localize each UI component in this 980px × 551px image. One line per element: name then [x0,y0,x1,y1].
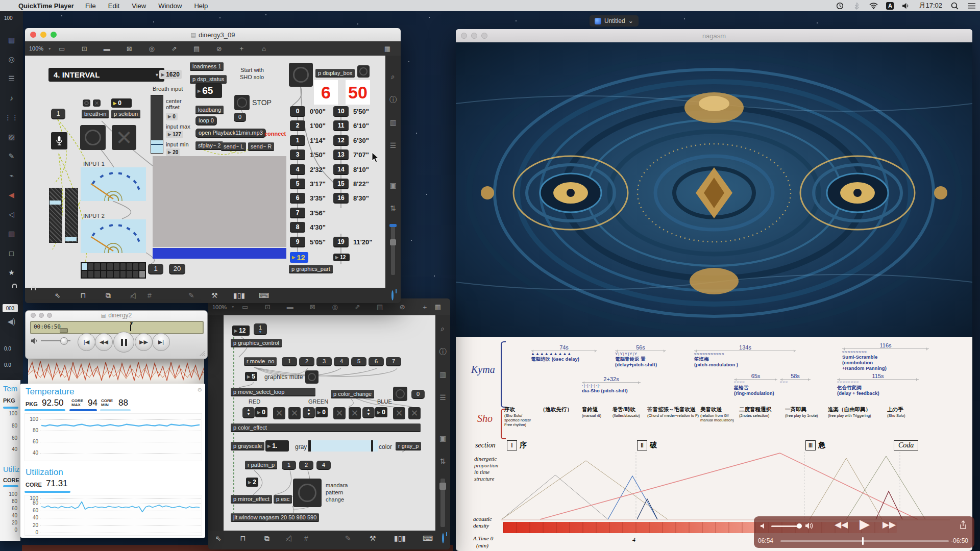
palette-volume-icon[interactable]: ◀) [0,317,23,325]
scrubber[interactable] [780,540,949,542]
rewind-button[interactable]: ◀◀ [835,519,848,530]
cue-row[interactable]: 63'35" [290,193,326,204]
qt7-volume-icon[interactable] [31,337,39,344]
selected-cue-number-right[interactable]: ▶12 [333,254,350,261]
mixer-icon[interactable]: ⇅ [385,204,401,212]
volume-knob[interactable] [60,337,68,345]
movie-select-loop-object[interactable]: p movie_select_loop [231,388,315,396]
big-x-button[interactable]: ✕ [112,125,136,150]
zoom-button[interactable] [51,32,57,38]
selection-handle[interactable] [60,328,68,333]
zoom-button[interactable] [47,313,52,318]
breath-slider[interactable] [151,95,163,154]
palette-speaker-icon[interactable]: ◁ [0,210,23,218]
movie-select-number[interactable]: ▶5 [245,372,257,381]
palette-clip-icon[interactable]: ⌁ [0,171,23,180]
movie-number-msg[interactable]: 5 [351,357,366,366]
search-icon[interactable]: ⌕ [385,72,401,81]
volume-icon[interactable] [902,2,911,10]
palette-shape-icon[interactable]: ◻ [0,249,23,257]
console-icon[interactable]: ▬ [279,303,301,311]
keyboard-icon[interactable]: ⌨ [259,291,269,299]
red-stepper[interactable]: ▲▼ [242,407,255,418]
power-icon[interactable] [442,534,444,542]
mixer-icon[interactable]: ⇅ [435,457,450,465]
gray-slider[interactable] [308,440,378,452]
blue-x-button-2[interactable]: ✕ [408,407,421,419]
info-icon[interactable]: ⓘ [435,347,450,357]
menu-item[interactable]: Edit [108,2,119,10]
console-icon[interactable]: ▬ [95,45,118,53]
big-circle-button[interactable] [80,125,106,150]
presentation-icon[interactable]: ⊓ [80,291,86,299]
movie-number-msg[interactable]: 1 [282,357,297,366]
select-icon[interactable]: ⇖ [215,534,222,542]
menu-item[interactable]: View [132,2,146,10]
open-msg[interactable]: open Playback11min.mp3 [195,129,266,138]
list-icon[interactable]: ☰ [435,393,450,402]
qt7-timeline[interactable]: 00:06:50 ▼ [30,321,204,334]
grid-snap-icon[interactable]: # [148,291,152,299]
audio-mute-icon[interactable]: ◁̸ [286,534,291,542]
cue-row[interactable]: 1911'20" [333,237,372,247]
record-icon[interactable]: ◎ [140,45,163,53]
red-x-button-1[interactable]: ✕ [273,407,285,419]
minimize-button[interactable] [471,33,477,39]
color-toggle[interactable] [393,387,407,401]
jit-window-object[interactable]: jit.window nagasm 20 50 980 590 [231,513,319,522]
palette-star-icon[interactable]: ★ [0,268,23,277]
palette-back-icon[interactable]: ◀ [0,191,23,199]
cue-row[interactable]: 11'14" [290,135,326,146]
audio-mute-icon[interactable]: ◁̸ [130,291,136,299]
input-min-number[interactable]: ▶20 [166,148,180,156]
graphics-part-object[interactable]: p graphics_part [289,265,333,273]
green-stepper[interactable]: ▲▼ [303,407,315,418]
layers-icon[interactable]: ⧉ [264,534,270,543]
patcher2-canvas[interactable]: ▶12 1▼ p graphics_control r movie_no 123… [224,315,435,531]
gain-fader[interactable] [440,479,445,527]
patcher1-canvas[interactable]: 4. INTERVAL ▼ ▶1620 loadmess 1 p dsp_sta… [25,56,385,288]
loadmess-object[interactable]: loadmess 1 [190,62,224,71]
gain-slider-1[interactable] [49,188,62,243]
camera-icon[interactable]: ▣ [385,181,401,189]
list-icon[interactable]: ☰ [385,141,401,149]
export-icon[interactable]: ⇗ [346,303,369,311]
movie-number-msg[interactable]: 6 [369,357,384,366]
panel-icon[interactable]: ▤ [369,303,391,311]
piano-icon[interactable]: ▮▯▮ [233,291,245,299]
palette-record-icon[interactable]: ◎ [0,55,23,63]
pattern-number-msg[interactable]: 1 [282,461,296,470]
time-machine-icon[interactable] [836,2,844,10]
breath-toggle[interactable] [83,99,90,107]
esc-object[interactable]: p esc [274,495,292,504]
blue-number[interactable]: ▶0 [375,407,387,417]
breath-msg[interactable]: 1 [51,109,65,119]
panel-icon[interactable]: ▤ [185,45,208,53]
probe-icon[interactable]: ✎ [345,534,351,542]
loadbang-object[interactable]: loadbang [195,106,224,114]
color-change-object[interactable]: p color_change [331,390,374,398]
cue-row[interactable]: 73'56" [290,208,326,218]
close-button[interactable] [31,313,36,318]
palette-list-icon[interactable]: ⋮⋮ [0,113,23,121]
display-toggle[interactable] [357,65,370,78]
close-button[interactable] [30,32,36,38]
presentation-icon[interactable]: ⊓ [240,534,246,542]
minimize-button[interactable] [39,313,44,318]
gray-number[interactable]: ▶1. [265,440,289,452]
share-icon[interactable] [959,520,967,530]
green-x-button-2[interactable]: ✕ [349,407,361,419]
cue-row[interactable]: 137'07" [333,149,369,160]
fast-forward-button[interactable]: ▶▶ [883,519,896,530]
breath-x-button[interactable]: ✕ [93,99,101,107]
cue-row[interactable]: 126'30" [333,135,369,146]
app-menu-title[interactable]: QuickTime Player [18,2,74,10]
pattern-number-msg[interactable]: 2 [299,461,313,470]
chevron-down-icon[interactable]: ⌄ [628,17,633,24]
add-icon[interactable]: ＋ [230,44,253,53]
cue-row[interactable]: 53'17" [290,179,326,189]
zoom-level[interactable]: 100% [29,45,43,52]
green-number[interactable]: ▶0 [315,407,328,417]
quicktime-overlay-controls[interactable]: ◀◀ ▶ ▶▶ 06:54 -06:50 [754,516,974,548]
wrench-icon[interactable]: ⚒ [211,291,218,299]
